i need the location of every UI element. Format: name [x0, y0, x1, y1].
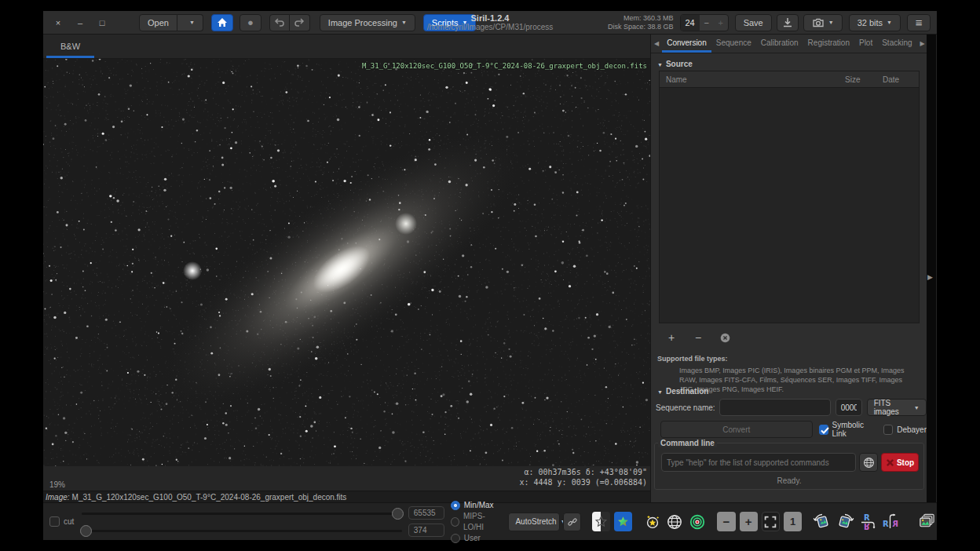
home-button[interactable]	[211, 14, 233, 31]
source-list-header: Name Size Date	[660, 71, 919, 88]
star-detection-icon	[644, 513, 661, 531]
remove-files-button[interactable]: −	[689, 329, 708, 346]
zoom-in-button[interactable]: +	[740, 512, 758, 531]
snapshot-button[interactable]: ▼	[803, 14, 843, 31]
output-format-dropdown[interactable]: FITS images ▼	[867, 399, 927, 416]
tab-conversion[interactable]: Conversion	[662, 35, 711, 53]
link-icon	[567, 516, 578, 527]
rotate-right-button[interactable]	[836, 512, 854, 531]
record-button[interactable]: ●	[240, 14, 261, 31]
close-icon[interactable]: ×	[53, 18, 64, 27]
stretch-mode-dropdown[interactable]: AutoStretch ▼	[508, 513, 560, 531]
tabs-scroll-left-icon[interactable]: ◀	[651, 40, 662, 47]
command-line-title: Command line	[658, 439, 717, 447]
image-processing-menu[interactable]: Image Processing ▼	[320, 14, 415, 31]
open-recent-dropdown[interactable]: ▼	[177, 14, 203, 31]
save-button[interactable]: Save	[735, 14, 772, 31]
sequence-frames-icon	[917, 512, 937, 532]
tab-calibration[interactable]: Calibration	[756, 35, 803, 53]
maximize-icon[interactable]: □	[97, 18, 108, 27]
channel-link-button[interactable]	[563, 513, 580, 531]
radio-user[interactable]: User	[451, 533, 503, 544]
radec-readout: α: 00h37m36s δ: +43°08'09"	[519, 467, 647, 477]
svg-text:R: R	[883, 520, 889, 528]
sequence-name-label: Sequence name:	[656, 403, 715, 412]
astrometry-button[interactable]	[666, 512, 684, 531]
zoom-one-button[interactable]: 1	[784, 512, 802, 531]
radio-minmax[interactable]: Min/Max	[451, 500, 503, 511]
clear-list-button[interactable]	[715, 329, 734, 346]
add-files-button[interactable]: +	[662, 329, 681, 346]
tab-bw[interactable]: B&W	[46, 42, 94, 58]
sequence-frames-button[interactable]	[917, 512, 937, 531]
debayer-checkbox[interactable]	[883, 425, 893, 435]
source-expander[interactable]: ▼Source	[657, 60, 693, 68]
undo-icon	[273, 16, 286, 29]
flip-vertical-button[interactable]: RR	[858, 512, 877, 531]
false-color-button[interactable]	[614, 512, 632, 531]
column-date[interactable]: Date	[883, 75, 919, 84]
photometry-button[interactable]	[644, 512, 662, 531]
image-processing-label: Image Processing	[328, 18, 397, 27]
flip-vertical-icon: RR	[858, 513, 877, 531]
status-image-filename: M_31_G_120x120sec_G100_O50_T-9°C_2024-08…	[72, 493, 347, 502]
undo-button[interactable]	[269, 14, 290, 31]
command-help-button[interactable]	[859, 453, 878, 472]
negative-star-icon	[594, 515, 608, 528]
source-title: Source	[666, 60, 693, 68]
panel-expand-handle[interactable]: ▶	[927, 273, 933, 281]
increment-icon[interactable]: +	[714, 18, 728, 27]
image-tab-bar: B&W	[43, 35, 650, 59]
command-input[interactable]	[661, 453, 856, 472]
rotate-left-button[interactable]	[813, 512, 832, 531]
radio-mips-label: MIPS-LO/HI	[463, 511, 502, 533]
high-value-input[interactable]	[408, 506, 444, 520]
fit-to-window-icon	[764, 516, 777, 528]
right-edge-strip: ▶	[927, 35, 936, 502]
symbolic-link-checkbox[interactable]	[819, 425, 828, 435]
bit-depth-dropdown[interactable]: 32 bits ▼	[849, 14, 901, 31]
low-slider-track[interactable]	[82, 530, 401, 532]
chevron-down-icon: ▼	[828, 20, 834, 25]
stop-button[interactable]: Stop	[881, 453, 919, 472]
zoom-out-button[interactable]: −	[717, 512, 735, 531]
convert-button[interactable]: Convert	[660, 421, 813, 438]
negative-view-button[interactable]	[592, 512, 610, 531]
display-mode-radios: Min/Max MIPS-LO/HI User	[451, 500, 503, 544]
tab-registration[interactable]: Registration	[803, 35, 854, 53]
open-button[interactable]: Open	[139, 14, 177, 31]
low-slider-knob[interactable]	[80, 525, 92, 537]
sequence-counter-input[interactable]	[836, 399, 862, 416]
tab-sequence[interactable]: Sequence	[711, 35, 756, 53]
column-size[interactable]: Size	[845, 75, 883, 84]
thread-count-input[interactable]	[681, 15, 700, 31]
background-sample-button[interactable]	[688, 512, 706, 531]
image-viewport[interactable]: M_31_G_120x120sec_G100_O50_T-9°C_2024-08…	[43, 59, 650, 466]
high-slider-knob[interactable]	[392, 508, 404, 520]
low-value-input[interactable]	[408, 524, 444, 537]
save-as-button[interactable]	[777, 14, 799, 31]
sequence-name-input[interactable]	[719, 399, 831, 416]
destination-expander[interactable]: ▼Destination	[657, 387, 708, 396]
source-file-list[interactable]: Name Size Date	[659, 71, 920, 323]
redo-button[interactable]	[290, 14, 310, 31]
column-name[interactable]: Name	[660, 75, 845, 84]
cut-checkbox[interactable]	[49, 516, 60, 527]
decrement-icon[interactable]: −	[700, 18, 714, 27]
hamburger-menu-button[interactable]: ≡	[907, 14, 931, 31]
tab-plot[interactable]: Plot	[854, 35, 877, 53]
control-tab-bar: ◀ Conversion Sequence Calibration Regist…	[651, 35, 927, 53]
minimize-icon[interactable]: –	[75, 18, 86, 27]
siril-window: × – □ Open ▼ ● Image Processing ▼ Scrip	[43, 11, 937, 540]
flip-horizontal-button[interactable]: RR	[881, 512, 900, 531]
scripts-menu[interactable]: Scripts ▼	[423, 14, 477, 31]
zoom-fit-button[interactable]	[762, 512, 780, 531]
svg-text:R: R	[864, 513, 870, 522]
tab-stacking[interactable]: Stacking	[877, 35, 916, 53]
high-slider-track[interactable]	[82, 513, 401, 515]
radio-mips[interactable]: MIPS-LO/HI	[451, 511, 503, 533]
m31-image[interactable]	[43, 59, 650, 466]
wireframe-globe-icon	[666, 513, 683, 531]
output-format-value: FITS images	[874, 399, 910, 416]
one-to-one-icon: 1	[790, 516, 795, 527]
